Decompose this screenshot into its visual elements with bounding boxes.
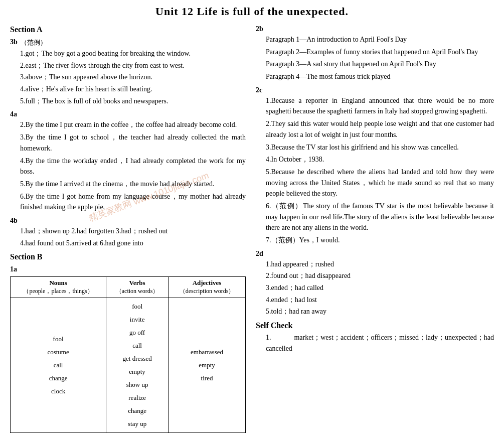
- list-item: show up: [109, 378, 165, 391]
- exercise-2b-items: Paragraph 1—An introduction to April Foo…: [256, 34, 494, 82]
- list-item: 7.（范例）Yes，I would.: [266, 235, 494, 246]
- right-column: 2b Paragraph 1—An introduction to April …: [256, 25, 494, 433]
- list-item: 1. market；west；accident；officers；missed；…: [266, 332, 494, 354]
- exercise-2d-items: 1.had appeared；rushed 2.found out；had di…: [256, 259, 494, 317]
- list-item: stay up: [109, 417, 165, 430]
- exercise-2b: 2b Paragraph 1—An introduction to April …: [256, 25, 494, 82]
- exercise-3b-sub: （范例）: [21, 38, 47, 47]
- exercise-4b-items: 1.had；shown up 2.had forgotten 3.had；rus…: [10, 226, 246, 248]
- list-item: 2.east；The river flows through the city …: [20, 60, 246, 71]
- list-item: 1.had；shown up 2.had forgotten 3.had；rus…: [20, 226, 246, 237]
- list-item: change: [14, 372, 103, 385]
- list-item: 4.ended；had lost: [266, 295, 494, 306]
- list-item: 4.By the time the workday ended，I had al…: [20, 156, 246, 177]
- list-item: 5.full；The box is full of old books and …: [20, 96, 246, 107]
- list-item: 6.By the time I got home from my languag…: [20, 191, 246, 213]
- list-item: 5.By the time I arrived at the cinema，th…: [20, 179, 246, 190]
- list-item: Paragraph 4—The most famous trick played: [266, 71, 494, 82]
- list-item: 1.Because a reporter in England announce…: [266, 95, 494, 117]
- list-item: empty: [109, 365, 165, 378]
- verb-cell: fool invite go off call get dressed empt…: [106, 298, 169, 433]
- self-check-label: Self Check: [256, 321, 494, 330]
- list-item: invite: [109, 313, 165, 326]
- list-item: realize: [109, 391, 165, 404]
- list-item: go off: [109, 326, 165, 339]
- table-header-adjectives: Adjectives （description words）: [169, 277, 246, 298]
- exercise-4b: 4b 1.had；shown up 2.had forgotten 3.had；…: [10, 217, 246, 248]
- list-item: tired: [172, 372, 242, 385]
- exercise-4a: 4a 2.By the time I put cream in the coff…: [10, 110, 246, 213]
- exercise-3b-label: 3b: [10, 38, 18, 47]
- self-check-section: Self Check 1. market；west；accident；offic…: [256, 321, 494, 354]
- list-item: Paragraph 3—A sad story that happened on…: [266, 59, 494, 70]
- exercise-1a: 1a Nouns （people，places，things） Verbs （a…: [10, 265, 246, 433]
- list-item: Paragraph 1—An introduction to April Foo…: [266, 34, 494, 45]
- exercise-2c-items: 1.Because a reporter in England announce…: [256, 95, 494, 246]
- list-item: 1.had appeared；rushed: [266, 259, 494, 270]
- table-row: fool costume call change clock fool invi…: [11, 298, 246, 433]
- page-title: Unit 12 Life is full of the unexpected.: [10, 5, 494, 18]
- exercise-2c: 2c 1.Because a reporter in England annou…: [256, 86, 494, 246]
- list-item: 5.told；had ran away: [266, 306, 494, 317]
- list-item: 3.above；The sun appeared above the horiz…: [20, 72, 246, 83]
- section-a-label: Section A: [10, 25, 42, 34]
- exercise-3b: 3b （范例） 1.got；The boy got a good beating…: [10, 38, 246, 106]
- list-item: Paragraph 2—Examples of funny stories th…: [266, 47, 494, 58]
- list-item: embarrassed: [172, 346, 242, 359]
- exercise-4a-label: 4a: [10, 110, 17, 118]
- adjective-cell: embarrassed empty tired: [169, 298, 246, 433]
- exercise-4a-items: 2.By the time I put cream in the coffee，…: [10, 119, 246, 213]
- left-column: Section A 3b （范例） 1.got；The boy got a go…: [10, 25, 246, 433]
- section-b-heading: Section B: [10, 252, 246, 261]
- list-item: 3.By the time I got to school，the teache…: [20, 132, 246, 154]
- list-item: 2.They said this water would help people…: [266, 118, 494, 140]
- list-item: 4.In October，1938.: [266, 154, 494, 165]
- list-item: 6.（范例）The story of the famous TV star is…: [266, 201, 494, 233]
- list-item: empty: [172, 359, 242, 372]
- exercise-2d-label: 2d: [256, 250, 263, 258]
- list-item: 1.got；The boy got a good beating for bre…: [20, 48, 246, 59]
- table-header-nouns: Nouns （people，places，things）: [11, 277, 106, 298]
- list-item: 4.had found out 5.arrived at 6.had gone …: [20, 238, 246, 249]
- self-check-items: 1. market；west；accident；officers；missed；…: [256, 332, 494, 354]
- list-item: fool: [109, 300, 165, 313]
- list-item: 3.ended；had called: [266, 282, 494, 294]
- noun-cell: fool costume call change clock: [11, 298, 106, 433]
- list-item: fool: [14, 333, 103, 346]
- exercise-2b-label: 2b: [256, 25, 263, 33]
- vocab-table: Nouns （people，places，things） Verbs （acti…: [10, 276, 246, 433]
- section-b-label: Section B: [10, 252, 42, 261]
- list-item: clock: [14, 385, 103, 398]
- exercise-4b-label: 4b: [10, 217, 18, 225]
- list-item: 4.alive；He's alive for his heart is stil…: [20, 84, 246, 95]
- list-item: get dressed: [109, 352, 165, 365]
- exercise-1a-label: 1a: [10, 265, 17, 273]
- list-item: costume: [14, 346, 103, 359]
- list-item: 5.Because he described where the aliens …: [266, 167, 494, 199]
- list-item: 2.By the time I put cream in the coffee，…: [20, 119, 246, 130]
- list-item: change: [109, 404, 165, 417]
- table-header-verbs: Verbs （action words）: [106, 277, 169, 298]
- list-item: 3.Because the TV star lost his girlfrien…: [266, 142, 494, 153]
- section-a-heading: Section A: [10, 25, 246, 34]
- list-item: 2.found out；had disappeared: [266, 270, 494, 281]
- exercise-3b-items: 1.got；The boy got a good beating for bre…: [10, 48, 246, 106]
- exercise-2c-label: 2c: [256, 86, 262, 94]
- list-item: call: [109, 339, 165, 352]
- list-item: call: [14, 359, 103, 372]
- exercise-2d: 2d 1.had appeared；rushed 2.found out；had…: [256, 250, 494, 317]
